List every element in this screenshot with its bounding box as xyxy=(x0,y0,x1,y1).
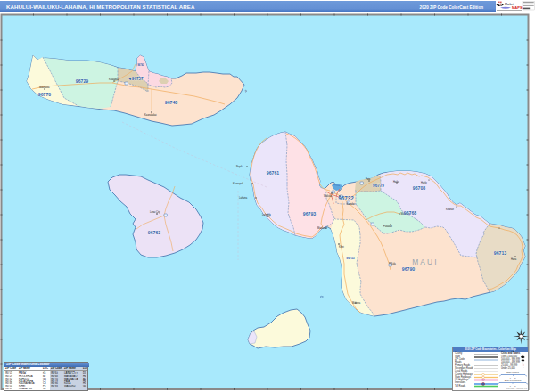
svg-text:96763: 96763 xyxy=(148,230,161,235)
svg-text:Kihei: Kihei xyxy=(339,245,344,249)
svg-text:96742: 96742 xyxy=(137,63,144,67)
svg-text:Kula: Kula xyxy=(391,262,397,265)
svg-text:96770: 96770 xyxy=(38,92,52,97)
svg-text:96793: 96793 xyxy=(303,211,317,216)
svg-text:Hana: Hana xyxy=(511,257,517,261)
svg-text:Kaanapali: Kaanapali xyxy=(233,182,243,185)
svg-text:Lahaina: Lahaina xyxy=(239,196,248,200)
svg-text:MAPS: MAPS xyxy=(512,5,523,10)
svg-text:Kahului: Kahului xyxy=(347,202,355,206)
svg-text:Makena: Makena xyxy=(352,301,361,305)
svg-text:Napili: Napili xyxy=(236,165,243,168)
svg-text:Haiku: Haiku xyxy=(393,180,399,184)
svg-text:◄96757: ◄96757 xyxy=(128,77,144,81)
svg-text:0 5: 0 5 xyxy=(510,377,517,379)
svg-text:Maunaloa: Maunaloa xyxy=(39,86,50,89)
svg-text:96761: 96761 xyxy=(267,170,280,176)
svg-text:Keanae: Keanae xyxy=(446,208,455,211)
svg-text:Huelo: Huelo xyxy=(421,181,427,184)
svg-text:96790: 96790 xyxy=(402,266,416,272)
svg-text:Scale in Kilometers: Scale in Kilometers xyxy=(505,380,523,381)
svg-text:Kualapuu: Kualapuu xyxy=(109,78,119,81)
svg-text:96753: 96753 xyxy=(346,257,355,260)
svg-text:96768: 96768 xyxy=(404,210,417,216)
svg-text:96708: 96708 xyxy=(413,185,426,191)
svg-text:Wailuku: Wailuku xyxy=(324,194,333,198)
svg-text:96729: 96729 xyxy=(76,78,89,84)
svg-text:Lahaina: Lahaina xyxy=(262,213,271,216)
svg-text:96748: 96748 xyxy=(165,100,178,105)
svg-text:Maalaea: Maalaea xyxy=(317,226,327,230)
svg-text:Kaunakakai: Kaunakakai xyxy=(144,113,157,117)
svg-text:Scale in Miles: Scale in Miles xyxy=(506,372,519,373)
svg-text:MAUI: MAUI xyxy=(412,257,439,266)
svg-text:Pukalani: Pukalani xyxy=(383,225,392,228)
svg-text:Paia: Paia xyxy=(366,177,371,181)
svg-text:96713: 96713 xyxy=(494,250,507,256)
svg-text:96779: 96779 xyxy=(373,184,384,188)
svg-text:Lanai City: Lanai City xyxy=(150,210,160,214)
svg-text:96732: 96732 xyxy=(338,195,354,201)
